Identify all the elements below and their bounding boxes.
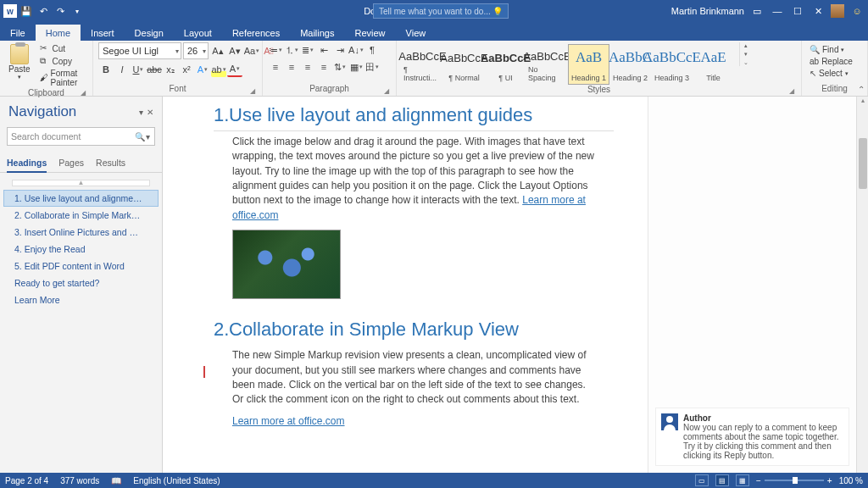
style-option[interactable]: AaBbCcENo Spacing [526,44,568,85]
style-option[interactable]: AaETitle [693,44,734,85]
nav-heading-item[interactable]: 3. Insert Online Pictures and Video [3,224,159,241]
font-size-select[interactable]: 26 [183,42,209,59]
select-button[interactable]: ↖Select▾ [807,68,855,79]
format-painter-button[interactable]: 🖌Format Painter [37,68,87,88]
tab-design[interactable]: Design [125,25,174,41]
vertical-scrollbar[interactable]: ▴ [856,97,868,473]
heading-2[interactable]: Collaborate in Simple Markup View [229,319,519,340]
font-color-icon[interactable]: A [227,62,242,77]
style-option[interactable]: AaBbCcE¶ Instructi... [402,44,443,85]
line-spacing-icon[interactable]: ⇅ [332,59,348,75]
align-right-icon[interactable]: ≡ [300,59,315,75]
styles-expand[interactable]: ▴▾⌄ [739,42,752,66]
shrink-font-icon[interactable]: A▾ [227,43,242,58]
style-option[interactable]: AaBbCcE¶ UI [485,44,526,85]
tab-view[interactable]: View [396,25,437,41]
align-left-icon[interactable]: ≡ [268,59,283,75]
search-input[interactable]: Search document🔍▾ [7,127,155,146]
zoom-slider[interactable]: −+ [756,476,832,485]
user-name[interactable]: Martin Brinkmann [671,6,744,16]
bold-icon[interactable]: B [98,62,114,77]
nav-tab-pages[interactable]: Pages [58,152,84,172]
bullets-icon[interactable]: ≔ [268,42,283,58]
save-icon[interactable]: 💾 [19,3,34,19]
nav-tab-results[interactable]: Results [96,152,125,172]
tab-mailings[interactable]: Mailings [290,25,344,41]
find-button[interactable]: 🔍Find▾ [807,44,855,55]
copy-button[interactable]: ⧉Copy [37,55,87,67]
tab-home[interactable]: Home [36,25,81,41]
heading-1[interactable]: Use live layout and alignment guides [229,104,532,125]
superscript-icon[interactable]: x² [179,62,194,77]
tab-layout[interactable]: Layout [174,25,222,41]
revision-mark[interactable] [203,366,205,378]
nav-menu-icon[interactable]: ▾ [139,108,143,117]
nav-tab-headings[interactable]: Headings [7,152,47,173]
tab-review[interactable]: Review [345,25,396,41]
style-option[interactable]: AaBbCcE¶ Normal [443,44,485,85]
nav-close-icon[interactable]: ✕ [147,108,153,117]
tab-file[interactable]: File [0,25,36,41]
nav-heading-item[interactable]: 2. Collaborate in Simple Markup View [3,207,159,224]
document-image[interactable] [232,230,341,299]
borders-icon[interactable]: 田 [364,59,380,75]
collapse-ribbon-icon[interactable]: ⌃ [858,85,865,94]
document-area[interactable]: 1.Use live layout and alignment guides C… [163,97,868,473]
nav-heading-item[interactable]: 5. Edit PDF content in Word [3,258,159,274]
smiley-icon[interactable]: ☺ [849,3,865,19]
dialog-launcher-icon[interactable]: ◢ [81,89,86,97]
close-icon[interactable]: ✕ [810,3,826,19]
indent-icon[interactable]: ⇥ [332,42,348,58]
tab-insert[interactable]: Insert [81,25,125,41]
styles-gallery[interactable]: AaBbCcE¶ Instructi...AaBbCcE¶ NormalAaBb… [402,42,734,85]
highlight-icon[interactable]: ab [211,62,226,77]
grow-font-icon[interactable]: A▴ [210,43,225,58]
undo-icon[interactable]: ↶ [36,3,51,19]
cut-button[interactable]: ✂Cut [37,42,87,54]
subscript-icon[interactable]: x₂ [163,62,178,77]
nav-heading-item[interactable]: Learn More [3,291,159,308]
justify-icon[interactable]: ≡ [316,59,331,75]
align-center-icon[interactable]: ≡ [284,59,299,75]
paste-button[interactable]: Paste▾ [5,42,34,82]
multilevel-icon[interactable]: ≣ [300,42,315,58]
italic-icon[interactable]: I [114,62,130,77]
outdent-icon[interactable]: ⇤ [316,42,331,58]
paragraph[interactable]: Click the image below and drag it around… [232,135,597,223]
show-marks-icon[interactable]: ¶ [364,42,380,58]
shading-icon[interactable]: ▦ [348,59,364,75]
word-count[interactable]: 377 words [60,476,99,485]
minimize-icon[interactable]: — [770,3,785,19]
text-effects-icon[interactable]: A [195,62,210,77]
language[interactable]: English (United States) [133,476,220,485]
sort-icon[interactable]: A↓ [348,42,364,58]
print-layout-icon[interactable]: ▤ [715,474,729,486]
numbering-icon[interactable]: ⒈ [284,42,299,58]
comment-card[interactable]: AuthorNow you can reply to a comment to … [655,408,849,466]
replace-button[interactable]: abReplace [807,56,855,67]
style-option[interactable]: AaBHeading 1 [568,44,609,85]
web-layout-icon[interactable]: ▦ [736,474,749,486]
tell-me-box[interactable]: Tell me what you want to do...💡 [373,3,509,19]
read-mode-icon[interactable]: ▭ [695,474,709,486]
dialog-launcher-icon[interactable]: ◢ [384,87,389,95]
redo-icon[interactable]: ↷ [53,3,68,19]
spellcheck-icon[interactable]: 📖 [111,476,121,485]
underline-icon[interactable]: U [131,62,146,77]
nav-heading-item[interactable]: Ready to get started? [3,274,159,291]
style-option[interactable]: AaBbCcEHeading 3 [651,44,693,85]
font-name-select[interactable]: Segoe UI Ligl [98,42,181,59]
tab-references[interactable]: References [222,25,290,41]
change-case-icon[interactable]: Aa [244,43,259,58]
page-count[interactable]: Page 2 of 4 [5,476,48,485]
qat-customize-icon[interactable]: ▾ [70,3,85,19]
paragraph[interactable]: The new Simple Markup revision view pres… [232,348,597,408]
dialog-launcher-icon[interactable]: ◢ [789,87,794,95]
nav-heading-item[interactable]: 1. Use live layout and alignment gui... [3,190,159,207]
maximize-icon[interactable]: ☐ [790,3,805,19]
ribbon-options-icon[interactable]: ▭ [749,3,765,19]
nav-heading-item[interactable]: 4. Enjoy the Read [3,241,159,258]
zoom-level[interactable]: 100 % [839,476,863,485]
dialog-launcher-icon[interactable]: ◢ [250,87,255,95]
avatar-icon[interactable] [831,4,844,18]
